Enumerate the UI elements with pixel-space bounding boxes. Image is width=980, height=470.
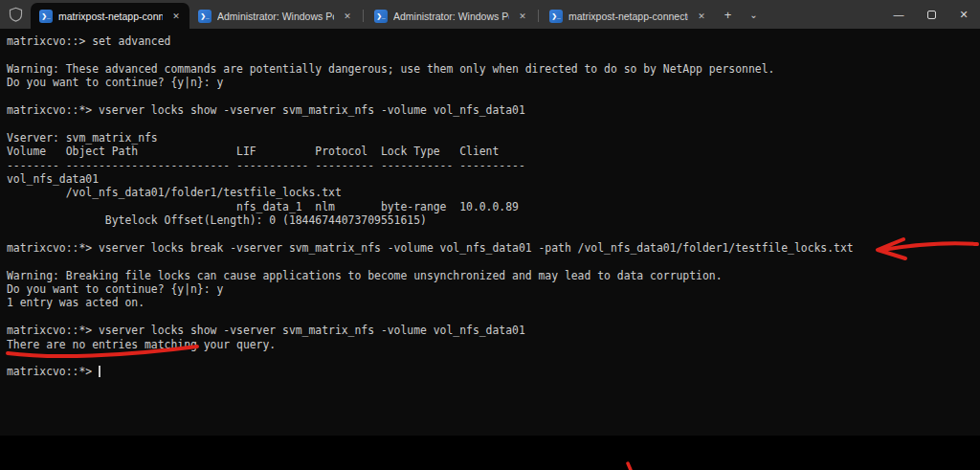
text-cursor xyxy=(99,366,100,377)
terminal-line: matrixcvo::*> vserver locks show -vserve… xyxy=(7,324,980,337)
tab-administrator-powershell-1[interactable]: ❯_ Administrator: Windows Powe ✕ xyxy=(189,3,361,29)
terminal-line: /vol_nfs_data01/folder1/testfile_locks.t… xyxy=(7,186,980,199)
close-button[interactable]: ✕ xyxy=(947,0,980,29)
terminal-line: vol_nfs_data01 xyxy=(7,172,980,186)
tab-close-icon[interactable]: ✕ xyxy=(515,9,530,24)
powershell-icon: ❯_ xyxy=(39,10,53,23)
titlebar: ❯_ matrixpost-netapp-connector ✕ ❯_ Admi… xyxy=(0,0,980,29)
minimize-icon: — xyxy=(894,9,904,20)
new-tab-button[interactable]: + xyxy=(716,3,740,26)
titlebar-drag-region[interactable] xyxy=(767,0,882,29)
tab-close-icon[interactable]: ✕ xyxy=(694,9,709,24)
terminal-line: Vserver: svm_matrix_nfs xyxy=(7,131,980,145)
tab-strip: ❯_ matrixpost-netapp-connector ✕ ❯_ Admi… xyxy=(31,0,715,29)
terminal-line xyxy=(7,255,980,268)
tab-label: matrixpost-netapp-connector( xyxy=(568,11,688,22)
tab-separator xyxy=(363,10,364,22)
terminal-table-divider: -------- ------------------------- -----… xyxy=(7,159,980,172)
terminal-line xyxy=(7,310,980,324)
tab-close-icon[interactable]: ✕ xyxy=(168,9,184,24)
terminal-line: Do you want to continue? {y|n}: y xyxy=(7,76,980,89)
terminal-line: nfs_data_1 nlm byte-range 10.0.0.89 xyxy=(7,200,980,213)
tab-label: Administrator: Windows Powe xyxy=(217,11,334,22)
desktop-background xyxy=(0,436,980,470)
maximize-icon xyxy=(927,11,936,19)
terminal-window: ❯_ matrixpost-netapp-connector ✕ ❯_ Admi… xyxy=(0,0,980,436)
terminal-line-break-command: matrixcvo::*> vserver locks break -vserv… xyxy=(7,241,980,255)
powershell-icon: ❯_ xyxy=(549,10,563,23)
terminal-viewport[interactable]: matrixcvo::> set advanced Warning: These… xyxy=(0,29,980,436)
close-icon: ✕ xyxy=(959,9,968,21)
tab-close-icon[interactable]: ✕ xyxy=(340,9,355,24)
chevron-down-icon: ⌄ xyxy=(749,10,757,20)
minimize-button[interactable]: — xyxy=(882,0,915,29)
terminal-line xyxy=(7,117,980,130)
terminal-line: Do you want to continue? {y|n}: y xyxy=(7,282,980,296)
command-prompt: matrixcvo::*> xyxy=(7,365,99,378)
tab-administrator-powershell-2[interactable]: ❯_ Administrator: Windows Powe ✕ xyxy=(366,3,536,29)
tab-separator xyxy=(538,10,539,22)
terminal-line-no-entries: There are no entries matching your query… xyxy=(7,338,980,351)
terminal-line: matrixcvo::> set advanced xyxy=(7,34,980,48)
terminal-line xyxy=(7,351,980,365)
powershell-icon: ❯_ xyxy=(198,10,212,23)
maximize-button[interactable] xyxy=(915,0,947,29)
terminal-line xyxy=(7,48,980,61)
window-controls: — ✕ xyxy=(882,0,980,29)
admin-shield-icon xyxy=(0,0,31,29)
terminal-line: matrixcvo::*> vserver locks show -vserve… xyxy=(7,103,980,117)
terminal-line: Warning: These advanced commands are pot… xyxy=(7,62,980,76)
terminal-line xyxy=(7,227,980,240)
plus-icon: + xyxy=(724,8,732,22)
tab-label: matrixpost-netapp-connector xyxy=(58,11,163,22)
powershell-icon: ❯_ xyxy=(374,10,388,23)
terminal-line: Warning: Breaking file locks can cause a… xyxy=(7,269,980,282)
shield-outline-icon xyxy=(8,6,24,23)
terminal-line: 1 entry was acted on. xyxy=(7,296,980,309)
terminal-table-header: Volume Object Path LIF Protocol Lock Typ… xyxy=(7,145,980,158)
tab-label: Administrator: Windows Powe xyxy=(393,11,509,22)
tab-matrixpost-netapp-connector-2[interactable]: ❯_ matrixpost-netapp-connector( ✕ xyxy=(541,3,715,29)
tab-dropdown-button[interactable]: ⌄ xyxy=(742,3,766,26)
terminal-prompt-line: matrixcvo::*> xyxy=(7,365,980,378)
terminal-line: Bytelock Offset(Length): 0 (184467440737… xyxy=(7,213,980,227)
tab-matrixpost-netapp-connector[interactable]: ❯_ matrixpost-netapp-connector ✕ xyxy=(31,3,189,29)
terminal-line xyxy=(7,90,980,103)
